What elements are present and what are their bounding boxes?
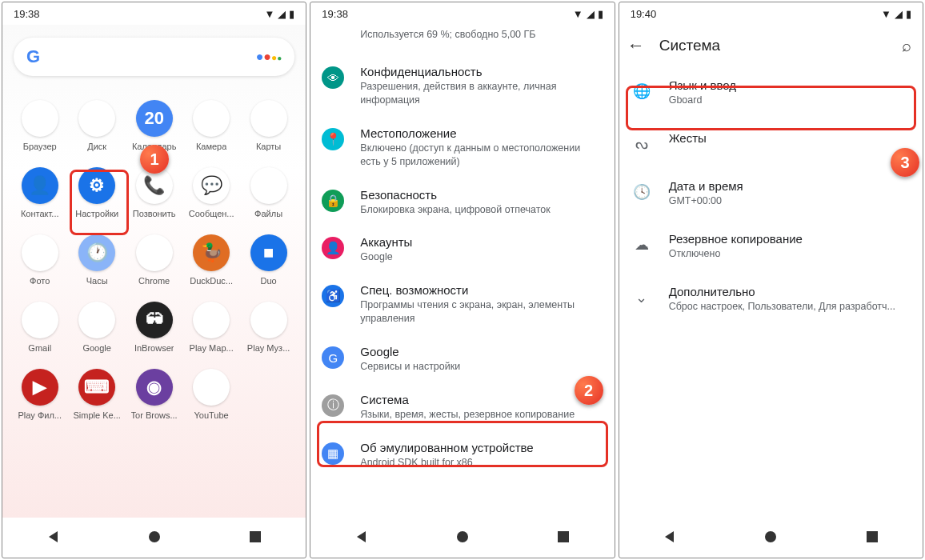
status-bar: 19:38 ▼ ◢ ▮ [2, 2, 306, 25]
app-clock[interactable]: 🕐Часы [70, 234, 122, 286]
row-subtitle: Android SDK built for x86 [360, 456, 601, 470]
app-camera[interactable]: ◉Камера [185, 100, 237, 151]
settings-row[interactable]: ♿Спец. возможностиПрограммы чтения с экр… [310, 274, 614, 335]
google-icon: G [78, 302, 115, 338]
settings-row[interactable]: 📍МестоположениеВключено (доступ к данным… [310, 117, 614, 178]
drive-icon: ▲ [78, 100, 115, 137]
nav-back-button[interactable] [338, 530, 386, 546]
search-icon[interactable]: ⌕ [902, 37, 911, 55]
android-nav-bar [619, 518, 923, 558]
assistant-icon[interactable]: ●●●● [256, 50, 282, 64]
settings-row-storage-partial[interactable]: Используется 69 %; свободно 5,00 ГБ [310, 25, 614, 55]
app-ddg[interactable]: 🦆DuckDuc... [185, 234, 237, 286]
app-play[interactable]: ▶Play Мар... [185, 302, 237, 353]
app-gmail[interactable]: MGmail [14, 302, 66, 353]
nav-home-button[interactable] [438, 530, 487, 546]
app-contacts[interactable]: 👤Контакт... [14, 167, 66, 218]
playmusic-icon: ♫ [250, 302, 287, 338]
row-subtitle: Блокировка экрана, цифровой отпечаток [360, 203, 601, 217]
app-duo[interactable]: ■Duo [242, 234, 294, 286]
nav-recent-button[interactable] [848, 530, 896, 546]
app-chrome[interactable]: ◯Chrome [128, 234, 180, 286]
screen-title: Система [659, 37, 721, 54]
status-bar: 19:38 ▼ ◢ ▮ [310, 2, 614, 25]
row-title: Язык и ввод [669, 78, 910, 92]
status-bar: 19:40 ▼ ◢ ▮ [619, 2, 923, 25]
nav-home-button[interactable] [130, 530, 178, 546]
app-label: Фото [30, 276, 50, 286]
row-icon: 🔒 [322, 190, 344, 212]
app-msg[interactable]: 💬Сообщен... [185, 167, 237, 218]
app-settings[interactable]: ⚙Настройки [70, 167, 122, 218]
files-icon: 🗂 [250, 167, 287, 204]
system-settings-list: 🌐Язык и вводGboardᔓЖесты🕓Дата и времяGMT… [619, 66, 923, 326]
app-label: Позвонить [133, 209, 176, 218]
nav-recent-button[interactable] [539, 530, 587, 546]
nav-back-button[interactable] [646, 530, 694, 546]
nav-home-button[interactable] [747, 530, 795, 546]
step-badge-2: 2 [575, 376, 603, 405]
nav-recent-button[interactable] [231, 530, 279, 546]
status-time: 19:38 [322, 8, 348, 20]
settings-row[interactable]: ⓘСистемаЯзыки, время, жесты, резервное к… [310, 383, 614, 431]
wifi-icon: ▼ [573, 8, 583, 20]
app-playfilm[interactable]: ▶Play Фил... [14, 369, 66, 420]
settings-row[interactable]: 👁КонфиденциальностьРазрешения, действия … [310, 55, 614, 117]
app-maps[interactable]: ◆Карты [242, 100, 294, 151]
settings-row[interactable]: GGoogleСервисы и настройки [310, 335, 614, 383]
maps-icon: ◆ [250, 100, 287, 137]
system-row[interactable]: ☁Резервное копированиеОтключено [619, 220, 923, 273]
app-google[interactable]: GGoogle [70, 302, 122, 353]
app-label: Карты [256, 142, 281, 151]
android-nav-bar [2, 518, 306, 558]
row-title: Google [360, 345, 601, 358]
signal-icon: ◢ [587, 8, 595, 20]
nav-back-button[interactable] [29, 530, 77, 546]
app-yandex[interactable]: YБраузер [14, 100, 66, 151]
settings-row[interactable]: ▦Об эмулированном устройствеAndroid SDK … [310, 431, 614, 479]
app-keyb[interactable]: ⌨Simple Ke... [70, 369, 122, 420]
back-arrow-icon[interactable]: ← [627, 35, 645, 56]
app-youtube[interactable]: ▶YouTube [185, 369, 237, 420]
row-title: Дополнительно [669, 285, 910, 298]
app-photos[interactable]: ✦Фото [14, 234, 66, 286]
settings-row[interactable]: 🔒БезопасностьБлокировка экрана, цифровой… [310, 178, 614, 226]
photos-icon: ✦ [22, 234, 58, 271]
wifi-icon: ▼ [881, 8, 891, 20]
row-title: Резервное копирование [669, 232, 910, 246]
row-icon: 📍 [322, 128, 344, 150]
google-logo-icon: G [26, 46, 40, 67]
wifi-icon: ▼ [264, 8, 274, 20]
row-title: Аккаунты [360, 235, 601, 249]
step-badge-3: 3 [891, 148, 919, 177]
system-row[interactable]: ⌄ДополнительноСброс настроек, Пользовате… [619, 273, 923, 326]
app-label: Настройки [75, 209, 118, 218]
app-playmusic[interactable]: ♫Play Муз... [242, 302, 294, 353]
google-search-bar[interactable]: G ●●●● [14, 38, 294, 76]
settings-row[interactable]: 👤АккаунтыGoogle [310, 226, 614, 274]
system-row[interactable]: 🌐Язык и вводGboard [619, 66, 923, 119]
app-label: Play Фил... [18, 410, 62, 420]
signal-icon: ◢ [895, 8, 903, 20]
row-title: Спец. возможности [360, 283, 601, 297]
app-drive[interactable]: ▲Диск [70, 100, 122, 151]
row-subtitle: GMT+00:00 [669, 194, 910, 208]
app-tor[interactable]: ◉Tor Brows... [128, 369, 180, 420]
play-icon: ▶ [193, 302, 230, 338]
app-label: Файлы [254, 209, 282, 218]
app-files[interactable]: 🗂Файлы [242, 167, 294, 218]
gmail-icon: M [22, 302, 58, 338]
app-phone[interactable]: 📞Позвонить [128, 167, 180, 218]
app-inbrowser[interactable]: 🕶InBrowser [128, 302, 180, 353]
phone-panel-settings: 19:38 ▼ ◢ ▮ Используется 69 %; свободно … [310, 2, 615, 558]
system-row[interactable]: ᔓЖесты [619, 119, 923, 167]
app-cal[interactable]: 20Календарь [128, 100, 180, 151]
app-label: YouTube [194, 410, 229, 420]
row-icon: ▦ [322, 442, 344, 465]
yandex-icon: Y [22, 100, 58, 137]
cal-icon: 20 [136, 100, 173, 137]
row-subtitle: Google [360, 250, 601, 264]
row-title: Об эмулированном устройстве [360, 441, 601, 454]
app-label: Tor Brows... [131, 410, 178, 420]
system-row[interactable]: 🕓Дата и времяGMT+00:00 [619, 167, 923, 220]
